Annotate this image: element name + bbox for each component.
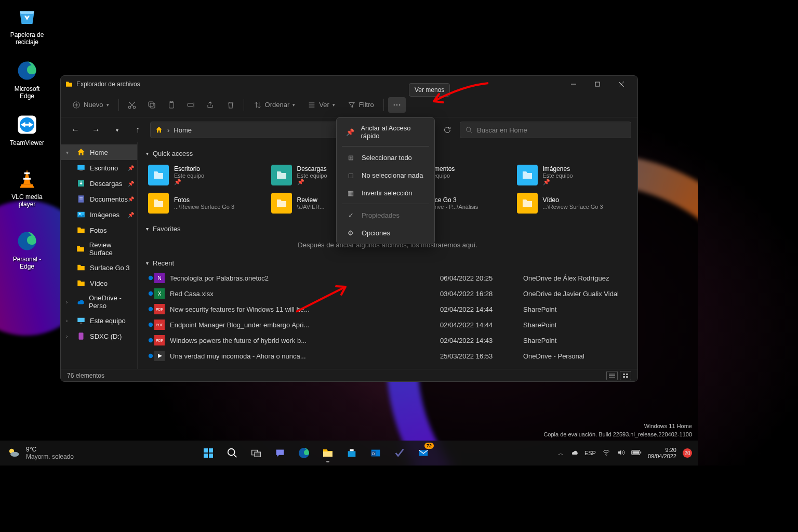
new-button[interactable]: Nuevo ▾ [67, 98, 114, 112]
ellipsis-icon [392, 100, 402, 110]
sort-button[interactable]: Ordenar ▾ [248, 98, 301, 112]
svg-point-51 [149, 323, 153, 327]
store-button[interactable] [341, 443, 362, 463]
search-icon [466, 126, 473, 134]
svg-rect-84 [640, 451, 641, 453]
sidebar-item-vídeo[interactable]: Vídeo [61, 275, 137, 291]
toolbar: Nuevo ▾ Ordenar ▾ Ver ▾ Filtro [61, 92, 637, 117]
quick-access-item[interactable]: Vídeo...\Review Surface Go 3 [515, 191, 630, 216]
ctx-propiedades: ✓Propiedades [339, 206, 432, 224]
explorer-button[interactable] [317, 443, 338, 463]
paste-button[interactable] [163, 97, 180, 113]
mail-button[interactable]: 72 [413, 443, 434, 463]
sidebar-item-documentos[interactable]: Documentos📌 [61, 191, 137, 207]
share-icon [206, 100, 216, 110]
notification-badge[interactable]: 20 [683, 448, 692, 458]
chat-button[interactable] [270, 443, 290, 463]
ctx-no-seleccionar-nada[interactable]: ◻No seleccionar nada [339, 166, 432, 184]
recent-item[interactable]: Una verdad muy incomoda - Ahora o nunca.… [146, 348, 629, 364]
back-button[interactable]: ← [67, 122, 84, 138]
tray-chevron[interactable]: ︿ [558, 449, 564, 457]
volume-icon[interactable] [617, 448, 625, 458]
quick-access-item[interactable]: Fotos...\Review Surface Go 3 [146, 191, 261, 216]
sidebar-item-sdxc-(d:)[interactable]: ›SDXC (D:) [61, 328, 137, 344]
sidebar-item-onedrive---perso[interactable]: ›OneDrive - Perso [61, 291, 137, 313]
start-button[interactable] [198, 443, 219, 463]
ctx-seleccionar-todo[interactable]: ⊞Seleccionar todo [339, 149, 432, 166]
file-explorer-window: Explorador de archivos Nuevo ▾ Ordenar ▾ [60, 75, 638, 382]
svg-rect-70 [204, 454, 208, 458]
recent-locations-button[interactable]: ▾ [109, 122, 125, 138]
sidebar-item-descargas[interactable]: Descargas📌 [61, 176, 137, 191]
svg-rect-75 [255, 452, 260, 457]
refresh-button[interactable] [439, 122, 456, 138]
ctx-invertir-selección[interactable]: ▦Invertir selección [339, 184, 432, 202]
onedrive-tray-icon[interactable] [570, 448, 578, 458]
svg-rect-41 [79, 332, 84, 340]
view-button[interactable]: Ver ▾ [302, 98, 340, 112]
taskbar: 9°C Mayorm. soleado O 72 ︿ ESP 9:20 09/0… [0, 441, 698, 466]
recent-item[interactable]: PDFNew security features for Windows 11 … [146, 301, 629, 317]
desktop-icon-edge[interactable]: Microsoft Edge [6, 58, 48, 100]
quick-access-item[interactable]: ImágenesEste equipo📌 [515, 163, 630, 188]
svg-rect-64 [623, 376, 625, 378]
close-button[interactable] [609, 76, 633, 92]
desktop-icon-teamviewer[interactable]: TeamViewer [6, 112, 48, 147]
search-input[interactable]: Buscar en Home [460, 122, 631, 138]
window-title: Explorador de archivos [76, 81, 140, 88]
battery-icon[interactable] [631, 449, 642, 457]
maximize-button[interactable] [586, 76, 609, 92]
sidebar-item-review-surface[interactable]: Review Surface [61, 238, 137, 260]
icons-view-button[interactable] [620, 371, 631, 380]
breadcrumb-item[interactable]: Home [174, 126, 192, 134]
sidebar-item-home[interactable]: ▾Home [61, 144, 137, 160]
details-view-button[interactable] [606, 371, 618, 380]
plus-circle-icon [72, 101, 81, 109]
todo-button[interactable] [389, 443, 410, 463]
search-button[interactable] [222, 443, 243, 463]
titlebar[interactable]: Explorador de archivos [61, 76, 637, 92]
svg-rect-68 [204, 448, 208, 453]
svg-rect-65 [626, 376, 628, 378]
wifi-icon[interactable] [602, 448, 610, 458]
edge-button[interactable] [294, 443, 314, 463]
recent-item[interactable]: NTecnología por Palabras.onetoc206/04/20… [146, 270, 629, 286]
ctx-opciones[interactable]: ⚙Opciones [339, 224, 432, 242]
sidebar-item-fotos[interactable]: Fotos [61, 222, 137, 238]
copy-button[interactable] [143, 97, 161, 113]
more-button[interactable] [388, 97, 406, 113]
svg-rect-4 [23, 178, 31, 180]
clock[interactable]: 9:20 09/04/2022 [648, 447, 676, 459]
ctx-anclar-al-acceso-rápido[interactable]: 📌Anclar al Acceso rápido [339, 120, 432, 144]
quick-access-item[interactable]: EscritorioEste equipo📌 [146, 163, 261, 188]
desktop-icon-recycle[interactable]: Papelera de reciclaje [6, 4, 48, 46]
sort-icon [254, 101, 262, 109]
forward-button[interactable]: → [88, 122, 104, 138]
delete-button[interactable] [222, 97, 240, 113]
taskview-button[interactable] [246, 443, 267, 463]
recent-item[interactable]: PDFEndpoint Manager Blog_under embargo A… [146, 317, 629, 332]
outlook-button[interactable]: O [365, 443, 386, 463]
scissors-icon [127, 100, 137, 110]
svg-point-81 [606, 455, 606, 456]
share-button[interactable] [202, 97, 220, 113]
rename-icon [187, 100, 196, 110]
section-recent[interactable]: ▾Recent [146, 256, 629, 270]
cut-button[interactable] [123, 97, 141, 113]
up-button[interactable]: ↑ [129, 122, 146, 138]
svg-rect-69 [209, 448, 213, 453]
sidebar-item-imágenes[interactable]: Imágenes📌 [61, 207, 137, 222]
recent-item[interactable]: XRed Casa.xlsx03/04/2022 16:28OneDrive d… [146, 286, 629, 301]
desktop-icon-vlc[interactable]: VLC media player [6, 166, 48, 208]
sidebar-item-surface-go-3[interactable]: Surface Go 3 [61, 260, 137, 275]
desktop-icon-personal-edge[interactable]: Personal - Edge [6, 229, 48, 270]
language-indicator[interactable]: ESP [584, 450, 596, 456]
recent-item[interactable]: PDFWindows powers the future of hybrid w… [146, 332, 629, 348]
svg-line-30 [470, 131, 472, 133]
rename-button[interactable] [182, 97, 200, 113]
filter-button[interactable]: Filtro [342, 98, 379, 112]
minimize-button[interactable] [562, 76, 586, 92]
sidebar-item-escritorio[interactable]: Escritorio📌 [61, 160, 137, 176]
weather-widget[interactable]: 9°C Mayorm. soleado [6, 446, 74, 460]
sidebar-item-este-equipo[interactable]: ›Este equipo [61, 313, 137, 328]
